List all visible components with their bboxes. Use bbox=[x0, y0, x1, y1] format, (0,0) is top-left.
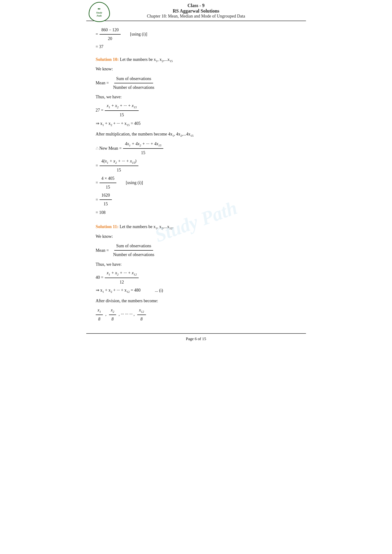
top-result: = 37 bbox=[96, 43, 296, 50]
sol11-afterdiv-text: After division, the numbers become: bbox=[96, 298, 158, 303]
sol10-step2: = 4(x1 + x2 + ··· + x15) 15 bbox=[96, 158, 296, 174]
logo-study-text: Study bbox=[96, 11, 102, 14]
sol10-newmean-denom: 15 bbox=[139, 149, 147, 157]
sol10-eq1: 27 = x1 + x2 + ··· + x15 15 bbox=[96, 102, 296, 118]
page-footer: Page 6 of 15 bbox=[86, 333, 306, 344]
sol11-div-expr: x1 8 , x2 8 , ··· ··· ··· , x12 8 bbox=[96, 306, 296, 323]
sol11-div-expr-frac1: x1 8 , x2 8 , ··· ··· ··· , x12 8 bbox=[96, 306, 146, 323]
sol10-result-text: = 108 bbox=[96, 210, 106, 215]
sol11-weknow: We know: bbox=[96, 233, 296, 240]
sol11-eq1-fraction: x1 + x2 + ··· + x12 12 bbox=[105, 269, 139, 286]
sol11-eq1-lhs: 40 = bbox=[96, 274, 104, 281]
sol10-step2-fraction: 4(x1 + x2 + ··· + x15) 15 bbox=[99, 158, 138, 174]
sol11-weknow-text: We know: bbox=[96, 234, 113, 239]
sol10-step3: = 4 × 405 15 [using (i)] bbox=[96, 175, 296, 191]
sol11-mean-label: Mean = bbox=[96, 247, 109, 254]
sol10-eq2: ⇒ x1 + x2 + ··· + x15 = 405 bbox=[96, 120, 296, 128]
sol10-thus: Thus, we have: bbox=[96, 93, 296, 101]
top-denom: 20 bbox=[106, 35, 114, 42]
page-content: = 860 − 120 20 [using (i)] = 37 Solution… bbox=[86, 21, 306, 331]
sol10-weknow-text: We know: bbox=[96, 67, 113, 71]
sol10-eq1-denom: 15 bbox=[118, 111, 126, 119]
sol11-sum-label: Sum of observations bbox=[114, 242, 153, 251]
sol10-newmean-label: ∴ New Mean = bbox=[96, 145, 122, 152]
sol10-result: = 108 bbox=[96, 209, 296, 216]
sol10-step4-numer: 1620 bbox=[99, 192, 112, 200]
top-fraction-line: = 860 − 120 20 [using (i)] bbox=[96, 26, 296, 42]
sol11-eq2: ⇒ x1 + x2 + ··· + x12 = 480 ... (i) bbox=[96, 287, 296, 294]
sol10-step3-annotation: [using (i)] bbox=[126, 179, 143, 187]
sol11-mean-fraction: Sum of observations Number of observatio… bbox=[111, 242, 156, 258]
top-annotation: [using (i)] bbox=[130, 31, 147, 38]
header-chapter: Chapter 18: Mean, Median and Mode of Ung… bbox=[86, 14, 306, 19]
solution10-title-line: Solution 10: Let the numbers be x1, x2,.… bbox=[96, 56, 296, 64]
sol11-mean-formula: Mean = Sum of observations Number of obs… bbox=[96, 242, 296, 258]
top-result-text: = 37 bbox=[96, 43, 104, 50]
sol10-step3-numer: 4 × 405 bbox=[99, 175, 116, 183]
sol11-eq1-numer: x1 + x2 + ··· + x12 bbox=[105, 269, 139, 278]
sol11-thus-text: Thus, we have: bbox=[96, 262, 122, 267]
solution10-intro: Let the numbers be x1, x2,...x15 bbox=[120, 57, 173, 62]
sol10-aftermult-text: After multiplication, the numbers become… bbox=[96, 132, 194, 136]
sol10-eq2-text: ⇒ x1 + x2 + ··· + x15 = 405 bbox=[96, 121, 141, 126]
top-numer: 860 − 120 bbox=[99, 26, 121, 35]
header-solutions: RS Aggarwal Solutions bbox=[86, 8, 306, 14]
sol10-mean-formula: Mean = Sum of observations Number of obs… bbox=[96, 75, 296, 91]
sol11-thus: Thus, we have: bbox=[96, 261, 296, 268]
sol10-step2-numer: 4(x1 + x2 + ··· + x15) bbox=[99, 158, 138, 166]
sol11-eq1: 40 = x1 + x2 + ··· + x12 12 bbox=[96, 269, 296, 286]
sol10-aftermult: After multiplication, the numbers become… bbox=[96, 131, 296, 138]
sol10-thus-text: Thus, we have: bbox=[96, 95, 122, 99]
sol10-step2-eq: = bbox=[96, 162, 98, 169]
solution10-heading: Solution 10: bbox=[96, 57, 119, 62]
sol11-eq1-denom: 12 bbox=[118, 278, 126, 286]
sol10-eq1-fraction: x1 + x2 + ··· + x15 15 bbox=[105, 102, 139, 118]
sol10-weknow: We know: bbox=[96, 65, 296, 73]
sol10-eq1-lhs: 27 = bbox=[96, 107, 104, 114]
pen-icon: ✒ bbox=[98, 7, 101, 11]
sol11-num-label: Number of observations bbox=[111, 251, 156, 258]
sol10-newmean-numer: 4x1 + 4x2 + ··· + 4x15 bbox=[123, 140, 163, 149]
sol10-step3-fraction: 4 × 405 15 bbox=[99, 175, 116, 191]
sol10-mean-label: Mean = bbox=[96, 79, 109, 87]
sol10-step4-eq: = bbox=[96, 196, 98, 203]
sol10-step3-denom: 15 bbox=[104, 183, 112, 191]
logo-path-text: Path bbox=[97, 14, 102, 17]
sol10-eq1-numer: x1 + x2 + ··· + x15 bbox=[105, 102, 139, 111]
sol10-step4-denom: 15 bbox=[102, 200, 110, 208]
sol10-mean-fraction: Sum of observations Number of observatio… bbox=[111, 75, 156, 91]
solution11-intro: Let the numbers be x1, x2,...x12. bbox=[120, 224, 174, 229]
sol10-newmean: ∴ New Mean = 4x1 + 4x2 + ··· + 4x15 15 bbox=[96, 140, 296, 157]
header-class: Class - 9 bbox=[86, 3, 306, 8]
sol10-num-label: Number of observations bbox=[111, 83, 156, 91]
page-number: Page 6 of 15 bbox=[186, 337, 206, 341]
top-fraction: 860 − 120 20 bbox=[99, 26, 121, 42]
sol11-eq2-annotation: ... (i) bbox=[155, 287, 163, 294]
sol10-step3-eq: = bbox=[96, 179, 98, 187]
page-header: ✒ Study Path Class - 9 RS Aggarwal Solut… bbox=[86, 0, 306, 21]
equals-prefix: = bbox=[96, 31, 98, 38]
solution11-heading: Solution 11: bbox=[96, 224, 119, 229]
sol10-sum-label: Sum of observations bbox=[114, 75, 153, 83]
sol10-step4: = 1620 15 bbox=[96, 192, 296, 208]
solution11-title-line: Solution 11: Let the numbers be x1, x2,.… bbox=[96, 223, 296, 231]
logo: ✒ Study Path bbox=[89, 2, 110, 22]
sol10-step4-fraction: 1620 15 bbox=[99, 192, 112, 208]
sol11-eq2-lhs: ⇒ x1 + x2 + ··· + x12 = 480 bbox=[96, 287, 141, 294]
page-wrapper: ✒ Study Path Class - 9 RS Aggarwal Solut… bbox=[86, 0, 306, 344]
sol11-afterdiv: After division, the numbers become: bbox=[96, 297, 296, 305]
sol10-newmean-fraction: 4x1 + 4x2 + ··· + 4x15 15 bbox=[123, 140, 163, 157]
sol10-step2-denom: 15 bbox=[115, 166, 123, 174]
